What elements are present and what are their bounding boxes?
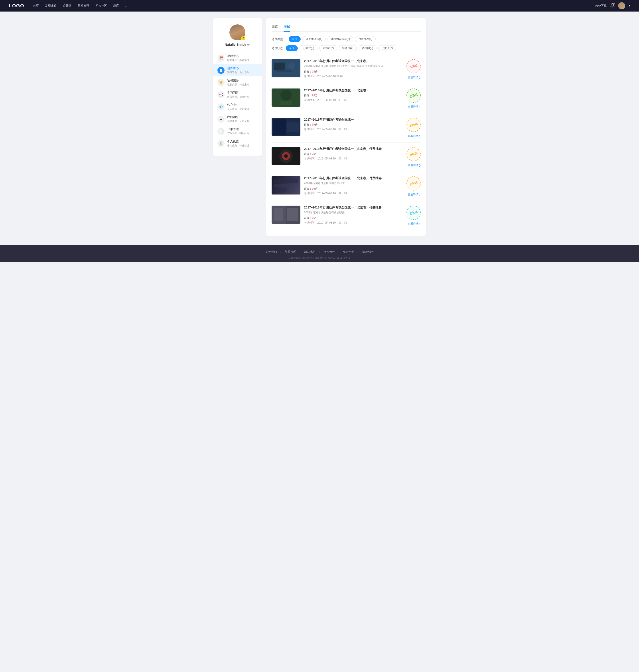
exam-view-link-1[interactable]: 查看详情 [408,76,421,79]
qa-title: 学习问答 [227,91,249,95]
message-title: 我的消息 [227,115,249,119]
svg-rect-8 [273,119,286,135]
exam-item-3: 2017–2018年行测证件考试全国统一 得分：99分 考试时间：2019–05… [271,113,421,143]
footer-link-1[interactable]: 加盟代理 [281,250,300,254]
svg-rect-21 [274,208,283,221]
order-subtitle: 订单支出，明明白白 [227,132,249,135]
exam-item-1: 2017–2018年行测证件考试全国统一（北京卷） 2018年行测考试是最值得多… [271,55,421,84]
sidebar-item-qa[interactable]: 💬 学习问答 课后重温、疑难解答 [213,89,262,101]
filter-status-reviewed[interactable]: 已批阅(2) [378,45,396,51]
filter-status-pending-review[interactable]: 待批阅(2) [359,45,376,51]
exam-view-link-6[interactable]: 查看详情 [408,222,421,226]
order-menu-icon: 📄 [217,128,224,135]
question-menu-icon: 📋 [217,67,224,74]
exam-view-link-2[interactable]: 查看详情 [408,105,421,109]
exam-stamp-1: 未通过 [405,58,422,75]
filter-type-paid[interactable]: 付费批卷(6) [355,36,376,42]
filter-status-label: 考试状态 [271,46,283,50]
filter-type-row: 考试类型： 全部证书类考试(4)随机抽题考试(5)付费批卷(6) [271,36,421,42]
nav-item[interactable]: ... [125,4,128,7]
user-avatar[interactable] [618,2,625,9]
sidebar-item-account[interactable]: 💎 账户中心 个人权益，实时掌握 [213,101,262,113]
sidebar-item-question[interactable]: 📋 题库中心 海量习题，助力通关 [213,64,262,76]
nav-item[interactable]: 发现课程 [45,4,57,8]
svg-rect-1 [274,63,285,70]
svg-rect-16 [274,178,298,183]
filter-status-pending[interactable]: 待考试(2) [339,45,357,51]
filter-status-failed[interactable]: 未通过(2) [319,45,337,51]
nav-item[interactable]: 问答社区 [95,4,107,8]
navbar: LOGO 首页发现课程公开课新闻资讯问答社区题库... APP下载 ▾ [0,0,639,12]
footer-link-4[interactable]: 免责声明 [339,250,358,254]
filter-type-label: 考试类型： [271,37,286,41]
filter-type-random[interactable]: 随机抽题考试(5) [327,36,354,42]
course-menu-text: 课程中心 精彩课程，不容错过 [227,54,249,62]
exam-item-6: 2017–2018年行测证件考试全国统一（北京卷）付费批卷 2018年行测考试是… [271,201,421,230]
certificate-menu-text: 证书荣誉 收获荣誉，持证上岗 [227,79,249,86]
nav-item[interactable]: 首页 [33,4,39,8]
exam-item-2: 2017–2018年行测证件考试全国统一（北京卷） 得分：99分 考试时间：20… [271,84,421,113]
exam-title-6: 2017–2018年行测证件考试全国统一（北京卷）付费批卷 [304,206,395,210]
sidebar-item-message[interactable]: 🗨 我的消息 消息通知、及时了解 [213,113,262,125]
exam-thumbnail-4 [271,147,300,165]
filter-type-cert[interactable]: 证书类考试(4) [302,36,326,42]
message-menu-icon: 🗨 [217,115,224,123]
sidebar-username: Natalie Smith ✏ [224,43,250,46]
avatar-chevron-icon[interactable]: ▾ [629,4,630,7]
footer-link-0[interactable]: 关于我们 [262,250,280,254]
top-tabs: 题库考试 [271,23,421,32]
exam-stamp-4: 待批阅 [405,145,422,163]
exam-action-6: 已批阅 查看详情 [399,206,421,226]
filter-type-all[interactable]: 全部 [289,36,301,42]
nav-item[interactable]: 题库 [113,4,119,8]
logo: LOGO [9,3,24,9]
certificate-menu-icon: 🏆 [217,79,224,86]
qa-menu-text: 学习问答 课后重温、疑难解答 [227,91,249,98]
sidebar-menu: 📅 课程中心 精彩课程，不容错过 📋 题库中心 海量习题，助力通关 🏆 证书荣誉… [213,50,262,151]
footer-link-2[interactable]: 网站地图 [300,250,319,254]
footer-link-5[interactable]: 招贤纳士 [359,250,377,254]
svg-rect-17 [274,184,292,188]
tab-question-bank[interactable]: 题库 [271,23,278,32]
notification-bell[interactable] [610,3,614,9]
account-subtitle: 个人权益，实时掌握 [227,107,249,111]
avatar-image [618,2,625,9]
exam-title-5: 2017–2018年行测证件考试全国统一（北京卷）付费批卷 [304,176,395,180]
settings-menu-icon: ⚙ [217,140,224,147]
exam-score-4: 得分：25分 [304,152,395,156]
sidebar-item-order[interactable]: 📄 订单管理 订单支出，明明白白 [213,125,262,137]
sidebar-item-course[interactable]: 📅 课程中心 精彩课程，不容错过 [213,52,262,64]
settings-subtitle: 个人信息，一键管理 [227,144,249,147]
exam-thumbnail-2 [271,89,300,107]
sidebar-badge-icon: 🏅 [241,36,245,41]
app-download-link[interactable]: APP下载 [595,4,607,8]
exam-title-2: 2017–2018年行测证件考试全国统一（北京卷） [304,89,395,93]
sidebar-item-settings[interactable]: ⚙ 个人设置 个人信息，一键管理 [213,137,262,149]
svg-rect-2 [276,70,292,72]
filter-status-row: 考试状态 全部已通过(2)未通过(2)待考试(2)待批阅(2)已批阅(2) [271,45,421,51]
course-title: 课程中心 [227,54,249,58]
footer-links: 关于我们|加盟代理|网站地图|合作伙伴|免责声明|招贤纳士 [0,250,639,254]
footer-link-3[interactable]: 合作伙伴 [320,250,339,254]
exam-action-3: 待考试 查看详情 [399,118,421,138]
exam-thumbnail-6 [271,206,300,224]
question-title: 题库中心 [227,66,249,70]
exam-view-link-5[interactable]: 查看详情 [408,193,421,196]
exam-view-link-3[interactable]: 查看详情 [408,134,421,138]
course-menu-icon: 📅 [217,54,224,62]
sidebar-item-certificate[interactable]: 🏆 证书荣誉 收获荣誉，持证上岗 [213,76,262,89]
tab-exam[interactable]: 考试 [283,23,290,32]
message-menu-text: 我的消息 消息通知、及时了解 [227,115,249,123]
exam-view-link-4[interactable]: 查看详情 [408,163,421,167]
exam-thumbnail-1 [271,59,300,77]
exam-desc: 2018年行测考试是最值得多去研究 2018年行测考试是最值得多去研究 2018… [304,64,388,68]
exam-time-6: 考试时间：2019–05–03 10：09：09 [304,221,395,225]
nav-item[interactable]: 新闻资讯 [78,4,89,8]
exam-info-2: 2017–2018年行测证件考试全国统一（北京卷） 得分：99分 考试时间：20… [304,89,395,102]
exam-time-4: 考试时间：2019–05–03 10：09：09 [304,157,395,161]
nav-item[interactable]: 公开课 [63,4,72,8]
filter-status-passed[interactable]: 已通过(2) [299,45,317,51]
edit-profile-icon[interactable]: ✏ [247,43,250,46]
filter-status-all[interactable]: 全部 [286,45,298,51]
course-subtitle: 精彩课程，不容错过 [227,59,249,62]
